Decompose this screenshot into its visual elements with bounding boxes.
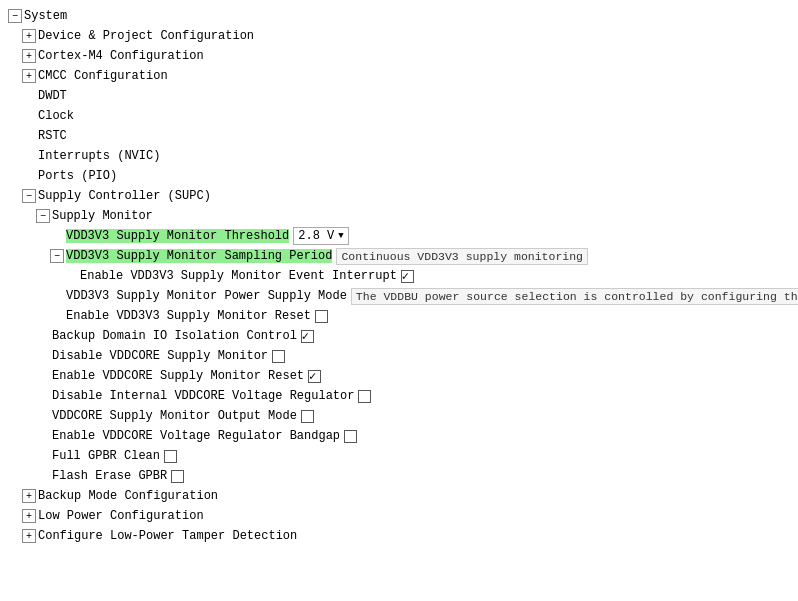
tree-item-vdd3v3-sampling[interactable]: −VDD3V3 Supply Monitor Sampling PeriodCo… <box>4 246 794 266</box>
clock-spacer <box>22 109 36 123</box>
enable-vddcore-bandgap-label: Enable VDDCORE Voltage Regulator Bandgap <box>52 429 340 443</box>
tree-item-dwdt[interactable]: DWDT <box>4 86 794 106</box>
low-power-config-label: Low Power Configuration <box>38 509 204 523</box>
cmcc-expander[interactable]: + <box>22 69 36 83</box>
disable-vddcore-monitor-checkbox[interactable] <box>272 350 285 363</box>
supply-controller-expander[interactable]: − <box>22 189 36 203</box>
tree-item-flash-erase-gpbr[interactable]: Flash Erase GPBR <box>4 466 794 486</box>
tree-item-enable-vddcore-bandgap[interactable]: Enable VDDCORE Voltage Regulator Bandgap <box>4 426 794 446</box>
tree-item-cmcc[interactable]: +CMCC Configuration <box>4 66 794 86</box>
dwdt-label: DWDT <box>38 89 67 103</box>
enable-vdd3v3-event-label: Enable VDD3V3 Supply Monitor Event Inter… <box>80 269 397 283</box>
device-project-expander[interactable]: + <box>22 29 36 43</box>
vdd3v3-threshold-dropdown-arrow: ▼ <box>338 231 343 241</box>
system-expander[interactable]: − <box>8 9 22 23</box>
tree-item-vdd3v3-power-mode[interactable]: VDD3V3 Supply Monitor Power Supply ModeT… <box>4 286 794 306</box>
tree-item-enable-vddcore-reset[interactable]: Enable VDDCORE Supply Monitor Reset <box>4 366 794 386</box>
system-label: System <box>24 9 67 23</box>
tree-container: − System +Device & Project Configuration… <box>0 0 798 601</box>
enable-vdd3v3-reset-checkbox[interactable] <box>315 310 328 323</box>
tree-item-vdd3v3-threshold[interactable]: VDD3V3 Supply Monitor Threshold2.8 V▼ <box>4 226 794 246</box>
backup-domain-io-spacer <box>36 329 50 343</box>
tree-item-backup-mode-config[interactable]: +Backup Mode Configuration <box>4 486 794 506</box>
disable-vddcore-monitor-label: Disable VDDCORE Supply Monitor <box>52 349 268 363</box>
disable-vddcore-regulator-spacer <box>36 389 50 403</box>
tree-item-system[interactable]: − System <box>4 6 794 26</box>
tree-item-configure-tamper[interactable]: +Configure Low-Power Tamper Detection <box>4 526 794 546</box>
vdd3v3-sampling-expander[interactable]: − <box>50 249 64 263</box>
supply-monitor-expander[interactable]: − <box>36 209 50 223</box>
vddcore-output-mode-spacer <box>36 409 50 423</box>
vdd3v3-threshold-dropdown[interactable]: 2.8 V▼ <box>293 227 348 245</box>
tree-item-cortex-m4[interactable]: +Cortex-M4 Configuration <box>4 46 794 66</box>
tree-rows: +Device & Project Configuration+Cortex-M… <box>4 26 794 546</box>
tree-item-supply-monitor[interactable]: −Supply Monitor <box>4 206 794 226</box>
enable-vddcore-reset-label: Enable VDDCORE Supply Monitor Reset <box>52 369 304 383</box>
dwdt-spacer <box>22 89 36 103</box>
disable-vddcore-regulator-checkbox[interactable] <box>358 390 371 403</box>
backup-domain-io-label: Backup Domain IO Isolation Control <box>52 329 297 343</box>
flash-erase-gpbr-spacer <box>36 469 50 483</box>
flash-erase-gpbr-label: Flash Erase GPBR <box>52 469 167 483</box>
vddcore-output-mode-label: VDDCORE Supply Monitor Output Mode <box>52 409 297 423</box>
enable-vdd3v3-reset-spacer <box>50 309 64 323</box>
configure-tamper-expander[interactable]: + <box>22 529 36 543</box>
vdd3v3-power-mode-info: The VDDBU power source selection is cont… <box>351 288 798 305</box>
tree-item-ports[interactable]: Ports (PIO) <box>4 166 794 186</box>
vdd3v3-power-mode-label: VDD3V3 Supply Monitor Power Supply Mode <box>66 289 347 303</box>
ports-spacer <box>22 169 36 183</box>
tree-item-rstc[interactable]: RSTC <box>4 126 794 146</box>
cortex-m4-expander[interactable]: + <box>22 49 36 63</box>
tree-item-disable-vddcore-regulator[interactable]: Disable Internal VDDCORE Voltage Regulat… <box>4 386 794 406</box>
configure-tamper-label: Configure Low-Power Tamper Detection <box>38 529 297 543</box>
flash-erase-gpbr-checkbox[interactable] <box>171 470 184 483</box>
interrupts-label: Interrupts (NVIC) <box>38 149 160 163</box>
vdd3v3-threshold-label: VDD3V3 Supply Monitor Threshold <box>66 229 289 243</box>
rstc-spacer <box>22 129 36 143</box>
backup-mode-config-label: Backup Mode Configuration <box>38 489 218 503</box>
device-project-label: Device & Project Configuration <box>38 29 254 43</box>
full-gpbr-clean-spacer <box>36 449 50 463</box>
vdd3v3-sampling-info: Continuous VDD3V3 supply monitoring <box>336 248 588 265</box>
enable-vdd3v3-event-checkbox[interactable] <box>401 270 414 283</box>
low-power-config-expander[interactable]: + <box>22 509 36 523</box>
rstc-label: RSTC <box>38 129 67 143</box>
ports-label: Ports (PIO) <box>38 169 117 183</box>
clock-label: Clock <box>38 109 74 123</box>
tree-item-enable-vdd3v3-reset[interactable]: Enable VDD3V3 Supply Monitor Reset <box>4 306 794 326</box>
enable-vddcore-bandgap-spacer <box>36 429 50 443</box>
supply-controller-label: Supply Controller (SUPC) <box>38 189 211 203</box>
tree-item-enable-vdd3v3-event[interactable]: Enable VDD3V3 Supply Monitor Event Inter… <box>4 266 794 286</box>
backup-domain-io-checkbox[interactable] <box>301 330 314 343</box>
enable-vddcore-reset-spacer <box>36 369 50 383</box>
vdd3v3-threshold-dropdown-value: 2.8 V <box>298 229 334 243</box>
tree-item-device-project[interactable]: +Device & Project Configuration <box>4 26 794 46</box>
vdd3v3-power-mode-spacer <box>50 289 64 303</box>
tree-item-disable-vddcore-monitor[interactable]: Disable VDDCORE Supply Monitor <box>4 346 794 366</box>
tree-item-full-gpbr-clean[interactable]: Full GPBR Clean <box>4 446 794 466</box>
interrupts-spacer <box>22 149 36 163</box>
disable-vddcore-monitor-spacer <box>36 349 50 363</box>
disable-vddcore-regulator-label: Disable Internal VDDCORE Voltage Regulat… <box>52 389 354 403</box>
vddcore-output-mode-checkbox[interactable] <box>301 410 314 423</box>
cortex-m4-label: Cortex-M4 Configuration <box>38 49 204 63</box>
enable-vdd3v3-reset-label: Enable VDD3V3 Supply Monitor Reset <box>66 309 311 323</box>
tree-item-clock[interactable]: Clock <box>4 106 794 126</box>
vdd3v3-threshold-spacer <box>50 229 64 243</box>
tree-item-vddcore-output-mode[interactable]: VDDCORE Supply Monitor Output Mode <box>4 406 794 426</box>
full-gpbr-clean-label: Full GPBR Clean <box>52 449 160 463</box>
enable-vddcore-bandgap-checkbox[interactable] <box>344 430 357 443</box>
cmcc-label: CMCC Configuration <box>38 69 168 83</box>
tree-item-backup-domain-io[interactable]: Backup Domain IO Isolation Control <box>4 326 794 346</box>
vdd3v3-sampling-label: VDD3V3 Supply Monitor Sampling Period <box>66 249 332 263</box>
tree-item-interrupts[interactable]: Interrupts (NVIC) <box>4 146 794 166</box>
full-gpbr-clean-checkbox[interactable] <box>164 450 177 463</box>
tree-item-low-power-config[interactable]: +Low Power Configuration <box>4 506 794 526</box>
tree-item-supply-controller[interactable]: −Supply Controller (SUPC) <box>4 186 794 206</box>
enable-vddcore-reset-checkbox[interactable] <box>308 370 321 383</box>
supply-monitor-label: Supply Monitor <box>52 209 153 223</box>
enable-vdd3v3-event-spacer <box>64 269 78 283</box>
backup-mode-config-expander[interactable]: + <box>22 489 36 503</box>
